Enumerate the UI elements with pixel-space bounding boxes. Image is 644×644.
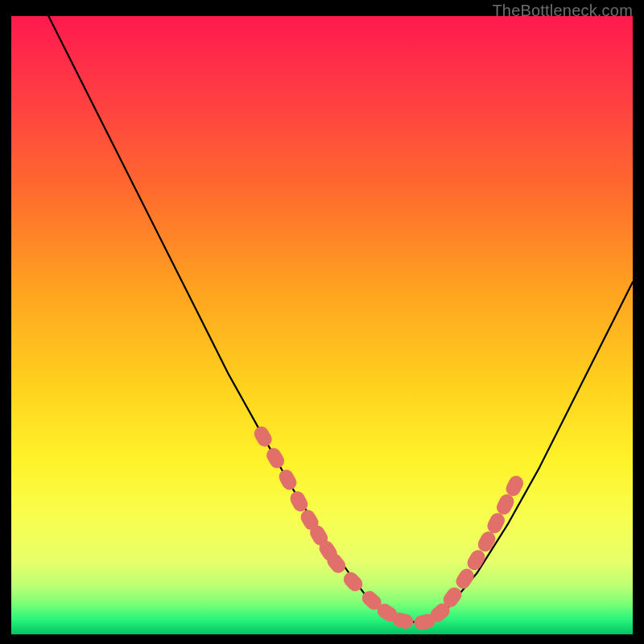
chart-frame: [11, 16, 633, 634]
bottleneck-chart: [11, 16, 633, 634]
watermark-label: TheBottleneck.com: [492, 2, 633, 20]
